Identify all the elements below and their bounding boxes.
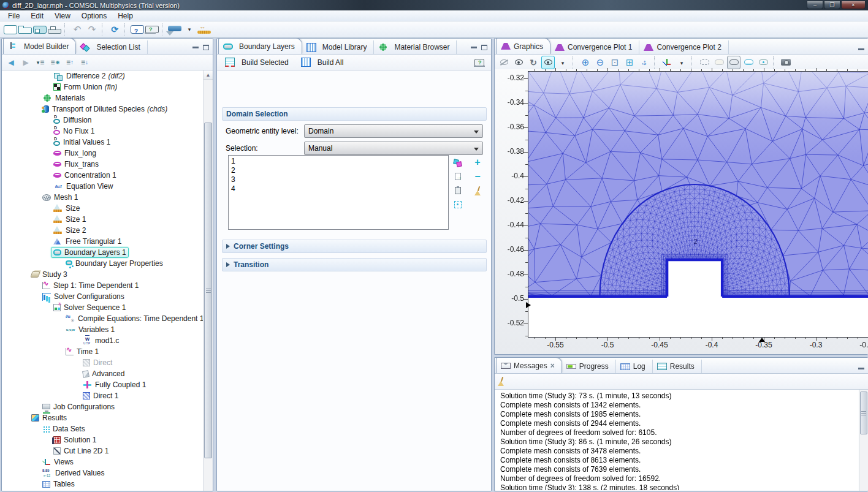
messages-scrollbar[interactable] <box>859 390 868 491</box>
window-restore-button[interactable]: ❐ <box>824 1 840 9</box>
menu-item[interactable]: View <box>49 10 76 21</box>
tree-item[interactable]: Free Triangular 1 <box>2 236 203 247</box>
copy-selection-button[interactable] <box>451 170 465 183</box>
clear-mesh-caret-icon[interactable] <box>183 23 196 36</box>
zoom-selected-icon[interactable] <box>638 56 651 69</box>
tree-item[interactable]: Results <box>2 412 203 423</box>
panel-tab[interactable]: Model Library <box>302 40 375 54</box>
panel-minimize-icon[interactable] <box>858 368 864 369</box>
panel-tab[interactable]: Model Builder <box>3 38 76 54</box>
tree-item[interactable]: Solution 1 <box>2 434 203 445</box>
panel-maximize-icon[interactable] <box>481 45 487 50</box>
tree-item[interactable]: Concentration 1 <box>2 170 203 181</box>
tree-item[interactable]: Initial Values 1 <box>2 137 203 148</box>
help-icon[interactable] <box>131 25 144 34</box>
panel-minimize-icon[interactable] <box>471 47 477 48</box>
panel-minimize-icon[interactable] <box>192 47 199 48</box>
remove-from-selection-button[interactable] <box>471 170 484 183</box>
tree-item[interactable]: Advanced <box>2 368 203 379</box>
panel-tab[interactable]: Messages <box>496 357 562 373</box>
scene-light-caret-icon[interactable] <box>556 56 569 69</box>
tree-scrollbar[interactable]: ▲ <box>203 70 213 491</box>
clear-mesh-icon[interactable] <box>168 26 181 31</box>
create-selection-button[interactable] <box>451 156 465 168</box>
tree-item[interactable]: Flux_long <box>2 148 203 159</box>
clear-selection-button[interactable] <box>471 184 484 197</box>
panel-tab[interactable]: Graphics <box>496 38 550 54</box>
domain-list-item[interactable]: 1 <box>231 157 446 166</box>
tree-item[interactable]: Tables <box>2 479 203 490</box>
new-icon[interactable] <box>4 25 17 34</box>
tree-item[interactable]: Cut Line 2D 1 <box>2 445 203 456</box>
axes-orientation-icon[interactable] <box>660 56 674 69</box>
window-close-button[interactable]: × <box>841 1 866 9</box>
tree-item[interactable]: Compile Equations: Time Dependent 1 <box>2 313 203 324</box>
tree-item[interactable]: Diffusion <box>2 115 203 126</box>
tree-scrollbar-thumb[interactable] <box>204 123 212 458</box>
tree-item[interactable]: Variables 1 <box>2 324 203 335</box>
panel-tab[interactable]: Convergence Plot 2 <box>639 40 728 54</box>
panel-tab[interactable]: Log <box>616 360 653 373</box>
scene-light-icon[interactable] <box>541 56 555 69</box>
tree-item[interactable]: Difference 2(dif2) <box>2 70 203 81</box>
tree-item[interactable]: Mesh 1 <box>2 192 203 203</box>
panel-tab[interactable]: Progress <box>562 360 616 373</box>
reset-view-icon[interactable] <box>527 56 540 69</box>
menu-item[interactable]: Options <box>76 10 112 21</box>
tree-item[interactable]: Size 2 <box>2 225 203 236</box>
menu-item[interactable]: Help <box>112 10 139 21</box>
tree-item[interactable]: Direct 1 <box>2 390 203 401</box>
panel-tab[interactable]: Convergence Plot 1 <box>550 40 639 54</box>
forward-icon[interactable] <box>19 56 32 69</box>
tree-item[interactable]: Derived Values <box>2 467 203 479</box>
panel-minimize-icon[interactable] <box>858 48 864 50</box>
open-icon[interactable] <box>18 28 32 34</box>
menu-item[interactable]: Edit <box>25 10 49 21</box>
tree-item[interactable]: Solver Sequence 1 <box>2 302 203 313</box>
show-objects-icon[interactable] <box>512 56 525 69</box>
clear-messages-icon[interactable] <box>497 377 511 386</box>
select-boundaries-icon[interactable] <box>742 56 755 69</box>
close-tab-icon[interactable] <box>550 361 555 370</box>
tree-item[interactable]: Boundary Layer Properties <box>2 258 203 269</box>
tree-item[interactable]: Equation View <box>2 181 203 192</box>
save-icon[interactable] <box>33 26 47 34</box>
tree-item[interactable]: mod1.c <box>2 335 203 346</box>
tree-item[interactable]: Data Sets <box>2 423 203 434</box>
zoom-to-selection-button[interactable] <box>451 199 465 211</box>
deselect-icon[interactable] <box>712 56 726 69</box>
zoom-box-icon[interactable] <box>608 56 622 69</box>
messages-scrollbar-thumb[interactable] <box>860 392 867 434</box>
collapse-all-icon[interactable] <box>34 56 47 69</box>
tree-item[interactable]: Direct <box>2 357 203 368</box>
geometric-entity-select[interactable]: Domain <box>304 124 483 138</box>
tree-item[interactable]: Views <box>2 456 203 467</box>
tree-item[interactable]: Form Union(fin) <box>2 81 203 93</box>
back-icon[interactable] <box>4 56 18 69</box>
tree-item[interactable]: Step 1: Time Dependent 1 <box>2 280 203 291</box>
tree-item[interactable]: Study 3 <box>2 269 203 280</box>
menu-item[interactable]: File <box>2 10 25 21</box>
tree-item[interactable]: Materials <box>2 93 203 104</box>
domain-list-item[interactable]: 4 <box>231 184 446 194</box>
documentation-icon[interactable] <box>145 26 159 33</box>
move-down-icon[interactable] <box>78 56 91 69</box>
tree-item[interactable]: Flux_trans <box>2 159 203 170</box>
move-up-icon[interactable] <box>63 56 77 69</box>
redo-icon[interactable] <box>85 23 99 36</box>
selection-select[interactable]: Manual <box>304 142 483 155</box>
tree-item[interactable]: Transport of Diluted Species(chds) <box>2 104 203 115</box>
undo-icon[interactable] <box>70 23 84 36</box>
zoom-in-icon[interactable] <box>579 56 592 69</box>
paste-selection-button[interactable] <box>451 184 465 197</box>
tree-item[interactable]: Boundary Layers 1 <box>2 247 203 258</box>
show-options-icon[interactable] <box>48 56 62 69</box>
select-points-icon[interactable] <box>756 56 770 69</box>
panel-tab[interactable]: Results <box>653 360 702 373</box>
tree-item[interactable]: Fully Coupled 1 <box>2 379 203 390</box>
zoom-extents-icon[interactable] <box>623 56 636 69</box>
zoom-out-icon[interactable] <box>593 56 607 69</box>
mesh-plot-canvas[interactable] <box>528 71 868 338</box>
tree-item[interactable]: Solver Configurations <box>2 291 203 302</box>
corner-settings-header[interactable]: Corner Settings <box>222 240 487 253</box>
